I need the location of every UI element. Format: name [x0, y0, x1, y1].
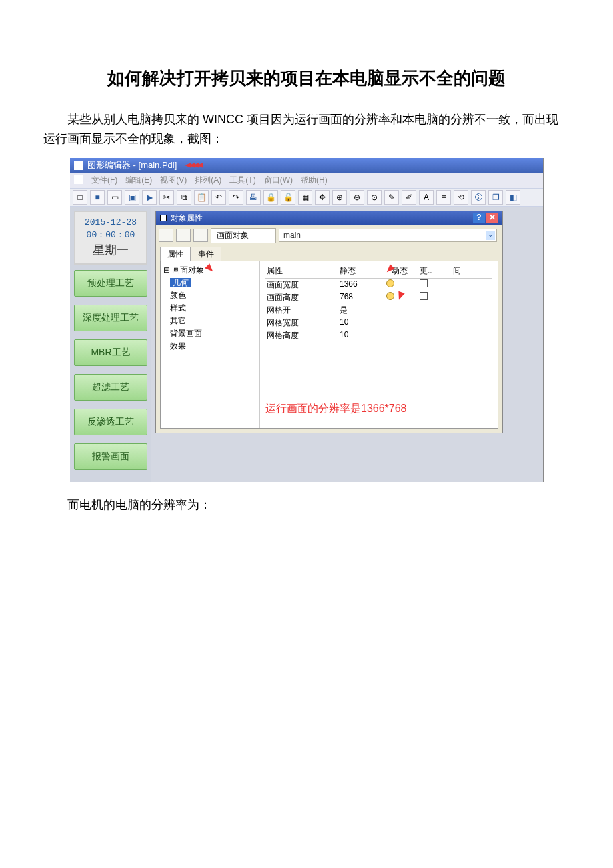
dialog-title: 对象属性 — [171, 213, 203, 224]
window-title: 图形编辑器 - [main.Pdl] — [87, 159, 177, 171]
tool-open-icon[interactable]: ■ — [90, 190, 105, 205]
tool-align-icon[interactable]: ≡ — [436, 190, 451, 205]
menu-help[interactable]: 帮助(H) — [301, 175, 328, 186]
tab-events[interactable]: 事件 — [191, 247, 221, 261]
app-icon — [74, 161, 83, 170]
nav-btn-1[interactable]: 预处理工艺 — [74, 270, 147, 297]
grid-row[interactable]: 网格开 是 — [265, 304, 492, 317]
checkbox[interactable] — [420, 292, 428, 300]
canvas-area: www.bdocx.com 对象属性 ? ✕ — [151, 207, 543, 482]
time-value: 00：00：00 — [77, 229, 145, 241]
weekday-value: 星期一 — [77, 242, 145, 258]
tool-zoomin-icon[interactable]: ⊕ — [332, 190, 347, 205]
paragraph-2: 而电机的电脑的分辨率为： — [43, 495, 570, 515]
col-prop: 属性 — [265, 264, 338, 278]
pick-icon[interactable] — [176, 229, 191, 242]
menubar: 文件(F) 编辑(E) 视图(V) 排列(A) 工具(T) 窗口(W) 帮助(H… — [70, 173, 543, 188]
tool-move-icon[interactable]: ✥ — [315, 190, 330, 205]
object-name-field[interactable]: main ⌄ — [279, 229, 497, 242]
tool-misc1-icon[interactable]: ❐ — [488, 190, 503, 205]
grid-row[interactable]: 画面高度 768 — [265, 291, 492, 304]
toolbar: □ ■ ▭ ▣ ▶ ✂ ⧉ 📋 ↶ ↷ 🖶 🔒 🔓 ▦ ✥ ⊕ ⊖ ⊙ ✎ ✐ — [70, 188, 543, 207]
annotation-arrow-icon — [396, 291, 405, 301]
tool-lock2-icon[interactable]: 🔓 — [281, 190, 295, 205]
tool-font-icon[interactable]: A — [419, 190, 434, 205]
tree-root[interactable]: ⊟ 画面对象 — [163, 264, 257, 277]
tool-misc2-icon[interactable]: ◧ — [506, 190, 520, 205]
object-type-field[interactable]: 画面对象 — [211, 228, 276, 243]
dropdown-icon[interactable]: ⌄ — [486, 231, 495, 240]
menu-file[interactable]: 文件(F) — [91, 175, 117, 186]
dyn-bulb-icon[interactable] — [385, 279, 418, 291]
menu-view[interactable]: 视图(V) — [160, 175, 187, 186]
tool-paste-icon[interactable]: 📋 — [194, 190, 209, 205]
screenshot: 图形编辑器 - [main.Pdl] 文件(F) 编辑(E) 视图(V) 排列(… — [70, 158, 544, 482]
menu-tools[interactable]: 工具(T) — [229, 175, 255, 186]
tool-cut-icon[interactable]: ✂ — [159, 190, 174, 205]
grid-row[interactable]: 画面宽度 1366 — [265, 279, 492, 291]
pick2-icon[interactable] — [193, 229, 208, 242]
tool-zoomout-icon[interactable]: ⊖ — [350, 190, 364, 205]
left-sidebar: 2015-12-28 00：00：00 星期一 预处理工艺 深度处理工艺 MBR… — [70, 207, 151, 482]
nav-btn-6[interactable]: 报警画面 — [74, 443, 147, 470]
dialog-body: ⊟ 画面对象 几何 颜色 样式 其它 背景画面 效果 属性 — [160, 261, 498, 429]
dialog-tabs: 属性 事件 — [156, 246, 502, 261]
dyn-bulb-icon[interactable] — [385, 291, 418, 304]
annotation-text: 运行画面的分辨率是1366*768 — [265, 402, 492, 416]
annotation-arrow-icon — [185, 163, 191, 168]
col-stat: 静态 — [338, 264, 385, 278]
tool-run-icon[interactable]: ▶ — [142, 190, 157, 205]
menu-window[interactable]: 窗口(W) — [264, 175, 293, 186]
tool-save-icon[interactable]: ▭ — [107, 190, 122, 205]
tree-geometry[interactable]: 几何 — [170, 278, 191, 287]
date-panel: 2015-12-28 00：00：00 星期一 — [74, 211, 147, 265]
tool-zoomfit-icon[interactable]: ⊙ — [367, 190, 382, 205]
dialog-toolbar: 画面对象 main ⌄ — [156, 225, 502, 246]
menu-arrange[interactable]: 排列(A) — [195, 175, 221, 186]
property-tree: ⊟ 画面对象 几何 颜色 样式 其它 背景画面 效果 — [161, 261, 260, 428]
menu-edit[interactable]: 编辑(E) — [125, 175, 152, 186]
nav-btn-2[interactable]: 深度处理工艺 — [74, 305, 147, 331]
grid-header: 属性 静态 动态 更.. 间 — [265, 264, 492, 279]
paragraph-1: 某些从别人电脑拷贝来的 WINCC 项目因为运行画面的分辨率和本电脑的分辨不一致… — [43, 110, 570, 149]
tool-print-icon[interactable]: 🖶 — [246, 190, 261, 205]
menu-icon — [74, 175, 83, 184]
pin-icon[interactable] — [159, 229, 173, 242]
help-button[interactable]: ? — [473, 213, 485, 223]
close-button[interactable]: ✕ — [486, 213, 498, 223]
tree-color[interactable]: 颜色 — [170, 289, 257, 302]
tool-info-icon[interactable]: 🛈 — [471, 190, 486, 205]
tool-brush-icon[interactable]: ✎ — [384, 190, 399, 205]
nav-btn-4[interactable]: 超滤工艺 — [74, 374, 147, 401]
properties-dialog: 对象属性 ? ✕ 画面对象 main — [155, 211, 503, 433]
tool-brush2-icon[interactable]: ✐ — [402, 190, 416, 205]
property-grid: 属性 静态 动态 更.. 间 画面宽度 1366 — [260, 261, 498, 428]
nav-btn-5[interactable]: 反渗透工艺 — [74, 409, 147, 435]
tree-effect[interactable]: 效果 — [170, 340, 257, 353]
grid-row[interactable]: 网格宽度 10 — [265, 317, 492, 329]
grid-row[interactable]: 网格高度 10 — [265, 329, 492, 342]
tree-bg[interactable]: 背景画面 — [170, 327, 257, 340]
tool-new-icon[interactable]: □ — [73, 190, 87, 205]
document-title: 如何解决打开拷贝来的项目在本电脑显示不全的问题 — [43, 67, 570, 90]
tool-saveall-icon[interactable]: ▣ — [125, 190, 139, 205]
tool-grid-icon[interactable]: ▦ — [298, 190, 312, 205]
tool-rotate-icon[interactable]: ⟲ — [454, 190, 468, 205]
nav-btn-3[interactable]: MBR工艺 — [74, 339, 147, 366]
checkbox[interactable] — [420, 279, 428, 287]
tab-properties[interactable]: 属性 — [160, 247, 191, 261]
dialog-titlebar: 对象属性 ? ✕ — [156, 211, 502, 225]
tool-copy-icon[interactable]: ⧉ — [177, 190, 191, 205]
window-titlebar: 图形编辑器 - [main.Pdl] — [70, 158, 543, 173]
tree-other[interactable]: 其它 — [170, 315, 257, 327]
annotation-arrow-icon — [205, 263, 215, 274]
col-ind: 间 — [452, 264, 472, 278]
tool-undo-icon[interactable]: ↶ — [211, 190, 226, 205]
dialog-icon — [160, 215, 167, 221]
tree-style[interactable]: 样式 — [170, 302, 257, 315]
tool-lock-icon[interactable]: 🔒 — [263, 190, 278, 205]
col-upd: 更.. — [418, 264, 452, 278]
tool-redo-icon[interactable]: ↷ — [229, 190, 243, 205]
date-value: 2015-12-28 — [77, 217, 145, 227]
col-dyn: 动态 — [385, 264, 418, 278]
